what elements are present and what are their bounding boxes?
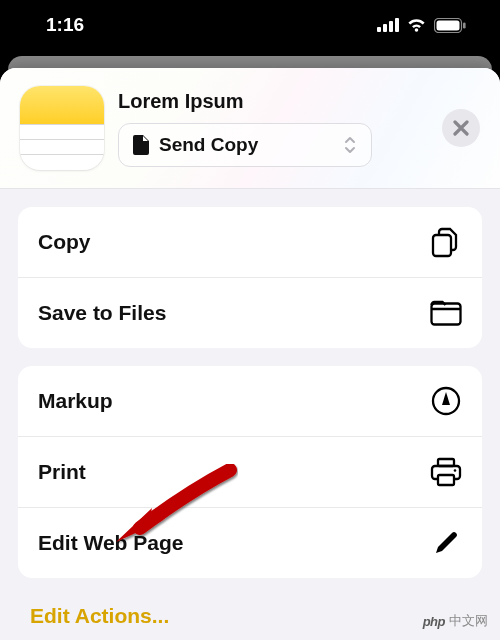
action-label: Save to Files (38, 301, 166, 325)
watermark-text: 中文网 (449, 612, 488, 630)
action-label: Edit Web Page (38, 531, 183, 555)
notes-app-icon (20, 86, 104, 170)
svg-rect-2 (389, 21, 393, 32)
action-label: Print (38, 460, 86, 484)
status-bar: 1:16 (0, 0, 500, 54)
action-save-to-files[interactable]: Save to Files (18, 278, 482, 348)
action-edit-web-page[interactable]: Edit Web Page (18, 508, 482, 578)
send-copy-label: Send Copy (159, 134, 258, 156)
cellular-icon (377, 18, 399, 32)
printer-icon (430, 456, 462, 488)
action-group: Copy Save to Files (18, 207, 482, 348)
close-icon (453, 120, 469, 136)
action-label: Markup (38, 389, 113, 413)
battery-icon (434, 18, 466, 33)
status-time: 1:16 (46, 14, 84, 36)
folder-icon (430, 297, 462, 329)
svg-point-12 (454, 469, 457, 472)
sheet-header: Lorem Ipsum Send Copy (0, 68, 500, 189)
svg-rect-11 (438, 475, 454, 485)
wifi-icon (406, 18, 427, 33)
svg-rect-10 (438, 459, 454, 466)
copy-icon (430, 226, 462, 258)
share-sheet: Lorem Ipsum Send Copy Copy Save t (0, 68, 500, 640)
watermark-brand: php (423, 614, 445, 629)
svg-rect-3 (395, 18, 399, 32)
action-print[interactable]: Print (18, 437, 482, 508)
actions-content: Copy Save to Files Markup Print (0, 189, 500, 640)
svg-rect-6 (463, 22, 466, 28)
send-copy-button[interactable]: Send Copy (118, 123, 372, 167)
close-button[interactable] (442, 109, 480, 147)
svg-rect-5 (437, 20, 460, 30)
markup-icon (430, 385, 462, 417)
edit-actions-button[interactable]: Edit Actions... (18, 596, 482, 640)
pencil-icon (430, 527, 462, 559)
action-group: Markup Print Edit Web Page (18, 366, 482, 578)
svg-rect-1 (383, 24, 387, 32)
svg-rect-7 (432, 304, 461, 325)
document-title: Lorem Ipsum (118, 90, 428, 113)
svg-rect-0 (377, 27, 381, 32)
watermark: php 中文网 (423, 612, 488, 630)
chevron-up-down-icon (343, 135, 357, 155)
action-markup[interactable]: Markup (18, 366, 482, 437)
action-copy[interactable]: Copy (18, 207, 482, 278)
action-label: Copy (38, 230, 91, 254)
file-icon (133, 135, 149, 155)
status-indicators (377, 18, 466, 33)
